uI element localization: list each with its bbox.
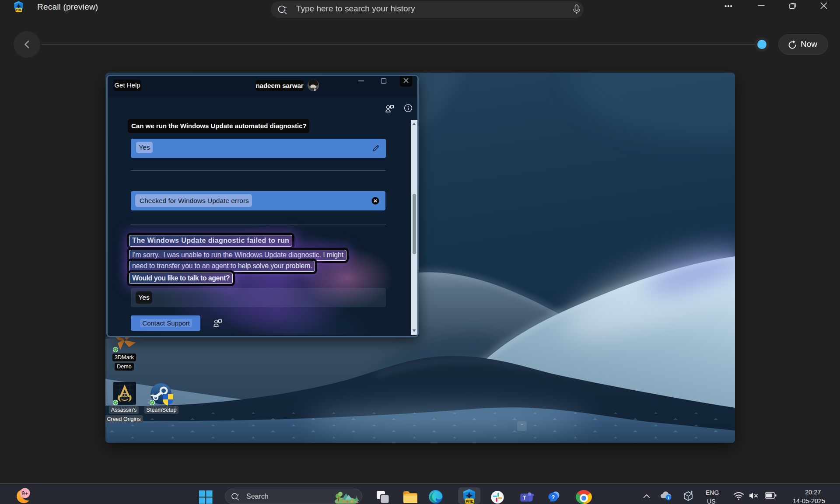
svg-text:9+: 9+	[21, 490, 28, 497]
svg-text:?: ?	[551, 494, 555, 500]
svg-text:i: i	[668, 496, 669, 500]
svg-text:T: T	[523, 495, 526, 501]
svg-text:PRE: PRE	[466, 499, 473, 504]
svg-text:PRE: PRE	[16, 8, 22, 11]
